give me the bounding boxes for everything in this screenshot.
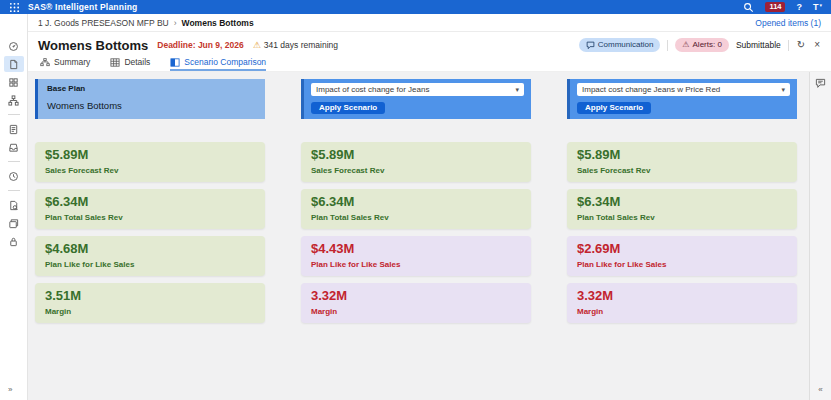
- warning-icon: ⚠: [253, 40, 261, 50]
- summary-icon: [40, 58, 50, 67]
- breadcrumb: 1 J. Goods PRESEASON MFP BU › Womens Bot…: [28, 14, 831, 32]
- chevron-down-icon: ▾: [515, 86, 519, 94]
- notification-badge[interactable]: 114: [765, 2, 785, 12]
- kpi-value: $6.34M: [577, 195, 787, 210]
- rail-collapse-button[interactable]: «: [818, 385, 822, 394]
- scenario-select-value: Impact cost change Jeans w Price Red: [582, 85, 720, 94]
- kpi-label: Plan Total Sales Rev: [577, 213, 787, 222]
- kpi-card-sales-forecast: $5.89M Sales Forecast Rev: [301, 142, 531, 182]
- refresh-button[interactable]: ↻: [796, 40, 806, 50]
- kpi-card-margin: 3.51M Margin: [35, 283, 265, 323]
- speech-bubble-icon: [586, 41, 595, 50]
- kpi-value: $6.34M: [45, 195, 255, 210]
- tab-label: Summary: [54, 57, 90, 67]
- sidebar-divider: [8, 161, 20, 162]
- kpi-card-margin: 3.32M Margin: [301, 283, 531, 323]
- app-launcher-button[interactable]: [0, 2, 28, 13]
- sidebar-divider: [8, 114, 20, 115]
- kpi-label: Margin: [45, 307, 255, 316]
- kpi-value: $4.43M: [311, 242, 521, 257]
- scenario-select[interactable]: Impact of cost change for Jeans ▾: [311, 83, 524, 96]
- scenario-header: Impact of cost change for Jeans ▾ Apply …: [301, 79, 531, 119]
- kpi-card-like-for-like: $4.43M Plan Like for Like Sales: [301, 236, 531, 276]
- communication-badge[interactable]: Communication: [579, 38, 661, 52]
- doc-search-icon[interactable]: [4, 197, 24, 213]
- layers-icon[interactable]: [4, 215, 24, 231]
- days-remaining-text: 341 days remaining: [264, 40, 338, 50]
- breadcrumb-current: Womens Bottoms: [182, 18, 254, 28]
- breadcrumb-parent[interactable]: 1 J. Goods PRESEASON MFP BU: [38, 18, 169, 28]
- kpi-value: $5.89M: [311, 148, 521, 163]
- tab-bar: Summary Details Scenario Comparison: [28, 58, 831, 72]
- kpi-value: $5.89M: [45, 148, 255, 163]
- divider: [788, 40, 789, 51]
- tab-summary[interactable]: Summary: [40, 57, 90, 71]
- base-plan-label: Base Plan: [47, 84, 256, 93]
- grid-icon[interactable]: [4, 74, 24, 90]
- base-plan-header: Base Plan Womens Bottoms: [35, 79, 265, 119]
- search-icon[interactable]: [743, 2, 754, 13]
- alerts-badge[interactable]: ⚠ Alerts: 0: [675, 38, 729, 52]
- topbar-actions: 114 ? T▾: [743, 2, 831, 13]
- kpi-card-sales-forecast: $5.89M Sales Forecast Rev: [567, 142, 797, 182]
- apply-scenario-button[interactable]: Apply Scenario: [311, 102, 385, 114]
- waffle-icon: [9, 2, 20, 13]
- avatar-caret-icon: ▾: [819, 3, 822, 8]
- kpi-card-plan-total-sales: $6.34M Plan Total Sales Rev: [567, 189, 797, 229]
- kpi-value: 3.51M: [45, 289, 255, 304]
- comment-icon[interactable]: [815, 78, 826, 89]
- kpi-card-plan-total-sales: $6.34M Plan Total Sales Rev: [301, 189, 531, 229]
- kpi-label: Sales Forecast Rev: [577, 166, 787, 175]
- tab-details[interactable]: Details: [110, 57, 150, 71]
- breadcrumb-separator-icon: ›: [174, 18, 177, 28]
- clock-icon[interactable]: [4, 168, 24, 184]
- kpi-label: Margin: [577, 307, 787, 316]
- submittable-status: Submittable: [736, 40, 781, 50]
- comparison-icon: [170, 58, 180, 67]
- deadline-text: Deadline: Jun 9, 2026: [157, 40, 243, 50]
- opened-items-link[interactable]: Opened items (1): [755, 18, 821, 28]
- kpi-label: Plan Like for Like Sales: [311, 260, 521, 269]
- kpi-card-margin: 3.32M Margin: [567, 283, 797, 323]
- file-icon[interactable]: [4, 121, 24, 137]
- lock-icon[interactable]: [4, 233, 24, 249]
- kpi-value: $4.68M: [45, 242, 255, 257]
- app-title: SAS® Intelligent Planning: [28, 2, 138, 12]
- kpi-card-like-for-like: $4.68M Plan Like for Like Sales: [35, 236, 265, 276]
- kpi-label: Plan Like for Like Sales: [577, 260, 787, 269]
- tray-icon[interactable]: [4, 139, 24, 155]
- sidebar-divider: [8, 190, 20, 191]
- kpi-label: Plan Total Sales Rev: [311, 213, 521, 222]
- scenario-select[interactable]: Impact cost change Jeans w Price Red ▾: [577, 83, 790, 96]
- sidebar-expand-button[interactable]: »: [0, 385, 12, 394]
- chevron-down-icon: ▾: [781, 86, 785, 94]
- divider: [667, 40, 668, 51]
- tab-label: Details: [124, 57, 150, 67]
- title-actions: Communication ⚠ Alerts: 0 Submittable ↻ …: [579, 38, 821, 52]
- close-button[interactable]: ×: [813, 40, 821, 50]
- kpi-value: $6.34M: [311, 195, 521, 210]
- user-avatar[interactable]: T▾: [813, 3, 822, 12]
- kpi-card-like-for-like: $2.69M Plan Like for Like Sales: [567, 236, 797, 276]
- tab-scenario-comparison[interactable]: Scenario Comparison: [170, 57, 266, 71]
- kpi-label: Margin: [311, 307, 521, 316]
- document-icon[interactable]: [4, 56, 24, 72]
- details-icon: [110, 58, 120, 67]
- kpi-label: Plan Like for Like Sales: [45, 260, 255, 269]
- help-button[interactable]: ?: [796, 3, 802, 12]
- base-plan-column: Base Plan Womens Bottoms $5.89M Sales Fo…: [35, 79, 265, 400]
- top-header-bar: SAS® Intelligent Planning 114 ? T▾: [0, 0, 831, 14]
- kpi-value: $2.69M: [577, 242, 787, 257]
- page-title: Womens Bottoms: [38, 38, 148, 53]
- kpi-value: $5.89M: [577, 148, 787, 163]
- scenario-header: Impact cost change Jeans w Price Red ▾ A…: [567, 79, 797, 119]
- gauge-icon[interactable]: [4, 38, 24, 54]
- scenario-select-value: Impact of cost change for Jeans: [316, 85, 429, 94]
- base-plan-name: Womens Bottoms: [47, 100, 256, 111]
- scenario-column-1: Impact of cost change for Jeans ▾ Apply …: [301, 79, 531, 400]
- apply-scenario-button[interactable]: Apply Scenario: [577, 102, 651, 114]
- title-row: Womens Bottoms Deadline: Jun 9, 2026 ⚠ 3…: [28, 32, 831, 58]
- scenario-column-2: Impact cost change Jeans w Price Red ▾ A…: [567, 79, 797, 400]
- hierarchy-icon[interactable]: [4, 92, 24, 108]
- alerts-label: Alerts: 0: [693, 40, 722, 50]
